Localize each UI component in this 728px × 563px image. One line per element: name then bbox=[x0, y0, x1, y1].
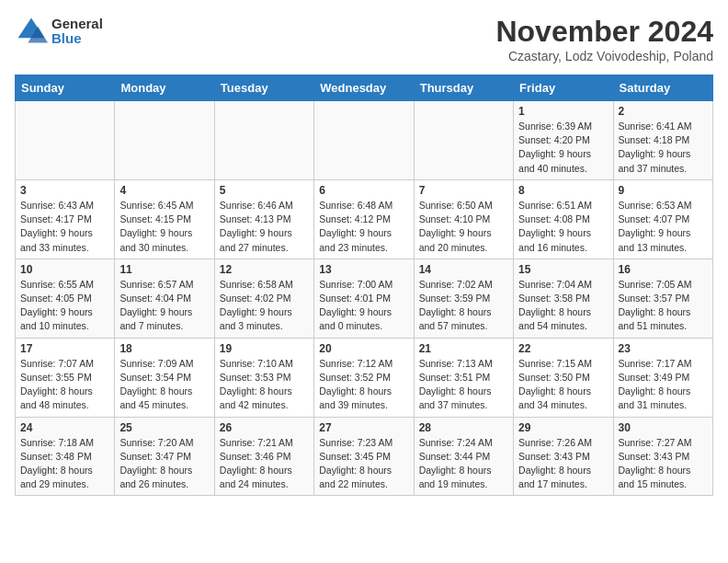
calendar-cell: 3Sunrise: 6:43 AM Sunset: 4:17 PM Daylig… bbox=[16, 179, 115, 259]
day-info: Sunrise: 7:26 AM Sunset: 3:43 PM Dayligh… bbox=[518, 436, 608, 492]
day-number: 27 bbox=[319, 421, 408, 434]
calendar-cell: 12Sunrise: 6:58 AM Sunset: 4:02 PM Dayli… bbox=[214, 259, 313, 338]
calendar-cell: 22Sunrise: 7:15 AM Sunset: 3:50 PM Dayli… bbox=[514, 338, 613, 417]
day-number: 24 bbox=[20, 421, 109, 434]
day-number: 30 bbox=[619, 421, 708, 434]
day-info: Sunrise: 7:02 AM Sunset: 3:59 PM Dayligh… bbox=[419, 278, 508, 334]
day-info: Sunrise: 7:17 AM Sunset: 3:49 PM Dayligh… bbox=[619, 357, 708, 413]
calendar-cell: 16Sunrise: 7:05 AM Sunset: 3:57 PM Dayli… bbox=[613, 259, 712, 338]
day-number: 18 bbox=[119, 342, 209, 355]
calendar-cell: 7Sunrise: 6:50 AM Sunset: 4:10 PM Daylig… bbox=[414, 179, 513, 259]
day-info: Sunrise: 7:12 AM Sunset: 3:52 PM Dayligh… bbox=[319, 357, 408, 413]
column-header-monday: Monday bbox=[115, 75, 214, 101]
calendar-cell: 6Sunrise: 6:48 AM Sunset: 4:12 PM Daylig… bbox=[314, 179, 414, 259]
calendar-cell: 25Sunrise: 7:20 AM Sunset: 3:47 PM Dayli… bbox=[115, 417, 214, 496]
calendar-cell: 1Sunrise: 6:39 AM Sunset: 4:20 PM Daylig… bbox=[514, 101, 613, 180]
calendar-cell: 28Sunrise: 7:24 AM Sunset: 3:44 PM Dayli… bbox=[414, 417, 513, 496]
column-header-sunday: Sunday bbox=[16, 75, 115, 101]
main-title: November 2024 bbox=[495, 15, 713, 49]
day-info: Sunrise: 6:58 AM Sunset: 4:02 PM Dayligh… bbox=[220, 278, 309, 334]
day-number: 3 bbox=[20, 184, 109, 197]
day-info: Sunrise: 7:10 AM Sunset: 3:53 PM Dayligh… bbox=[220, 357, 309, 413]
day-info: Sunrise: 6:45 AM Sunset: 4:15 PM Dayligh… bbox=[119, 199, 209, 255]
day-number: 12 bbox=[220, 263, 309, 276]
day-info: Sunrise: 7:04 AM Sunset: 3:58 PM Dayligh… bbox=[518, 278, 608, 334]
column-header-friday: Friday bbox=[514, 75, 613, 101]
title-area: November 2024 Czastary, Lodz Voivodeship… bbox=[495, 15, 713, 63]
day-info: Sunrise: 6:39 AM Sunset: 4:20 PM Dayligh… bbox=[518, 120, 608, 176]
calendar-cell: 29Sunrise: 7:26 AM Sunset: 3:43 PM Dayli… bbox=[514, 417, 613, 496]
calendar-cell: 2Sunrise: 6:41 AM Sunset: 4:18 PM Daylig… bbox=[613, 101, 712, 180]
calendar-cell: 5Sunrise: 6:46 AM Sunset: 4:13 PM Daylig… bbox=[214, 179, 313, 259]
day-info: Sunrise: 7:20 AM Sunset: 3:47 PM Dayligh… bbox=[119, 436, 209, 492]
logo: General Blue bbox=[15, 15, 103, 48]
day-info: Sunrise: 7:27 AM Sunset: 3:43 PM Dayligh… bbox=[619, 436, 708, 492]
day-number: 11 bbox=[119, 263, 209, 276]
day-info: Sunrise: 7:09 AM Sunset: 3:54 PM Dayligh… bbox=[119, 357, 209, 413]
column-header-saturday: Saturday bbox=[613, 75, 712, 101]
day-info: Sunrise: 7:05 AM Sunset: 3:57 PM Dayligh… bbox=[619, 278, 708, 334]
calendar-cell: 15Sunrise: 7:04 AM Sunset: 3:58 PM Dayli… bbox=[514, 259, 613, 338]
calendar-cell bbox=[414, 101, 513, 180]
day-info: Sunrise: 7:18 AM Sunset: 3:48 PM Dayligh… bbox=[20, 436, 109, 492]
calendar-cell bbox=[115, 101, 214, 180]
day-number: 21 bbox=[419, 342, 508, 355]
calendar-cell: 11Sunrise: 6:57 AM Sunset: 4:04 PM Dayli… bbox=[115, 259, 214, 338]
day-info: Sunrise: 6:53 AM Sunset: 4:07 PM Dayligh… bbox=[619, 199, 708, 255]
calendar-cell: 21Sunrise: 7:13 AM Sunset: 3:51 PM Dayli… bbox=[414, 338, 513, 417]
calendar-cell: 27Sunrise: 7:23 AM Sunset: 3:45 PM Dayli… bbox=[314, 417, 414, 496]
calendar-cell: 9Sunrise: 6:53 AM Sunset: 4:07 PM Daylig… bbox=[613, 179, 712, 259]
logo-blue: Blue bbox=[51, 31, 103, 47]
header: General Blue November 2024 Czastary, Lod… bbox=[15, 15, 713, 63]
calendar-cell bbox=[214, 101, 313, 180]
day-number: 29 bbox=[518, 421, 608, 434]
logo-icon bbox=[15, 15, 48, 48]
day-number: 5 bbox=[220, 184, 309, 197]
calendar-cell: 23Sunrise: 7:17 AM Sunset: 3:49 PM Dayli… bbox=[613, 338, 712, 417]
calendar-cell bbox=[16, 101, 115, 180]
calendar-cell: 30Sunrise: 7:27 AM Sunset: 3:43 PM Dayli… bbox=[613, 417, 712, 496]
day-info: Sunrise: 7:15 AM Sunset: 3:50 PM Dayligh… bbox=[518, 357, 608, 413]
calendar-cell: 26Sunrise: 7:21 AM Sunset: 3:46 PM Dayli… bbox=[214, 417, 313, 496]
calendar-cell bbox=[314, 101, 414, 180]
calendar-week-2: 3Sunrise: 6:43 AM Sunset: 4:17 PM Daylig… bbox=[16, 179, 713, 259]
calendar-cell: 24Sunrise: 7:18 AM Sunset: 3:48 PM Dayli… bbox=[16, 417, 115, 496]
logo-text: General Blue bbox=[51, 17, 103, 47]
day-info: Sunrise: 6:50 AM Sunset: 4:10 PM Dayligh… bbox=[419, 199, 508, 255]
column-header-wednesday: Wednesday bbox=[314, 75, 414, 101]
day-info: Sunrise: 6:41 AM Sunset: 4:18 PM Dayligh… bbox=[619, 120, 708, 176]
day-info: Sunrise: 6:48 AM Sunset: 4:12 PM Dayligh… bbox=[319, 199, 408, 255]
subtitle: Czastary, Lodz Voivodeship, Poland bbox=[495, 49, 713, 63]
day-number: 17 bbox=[20, 342, 109, 355]
day-number: 14 bbox=[419, 263, 508, 276]
day-info: Sunrise: 7:07 AM Sunset: 3:55 PM Dayligh… bbox=[20, 357, 109, 413]
day-info: Sunrise: 6:51 AM Sunset: 4:08 PM Dayligh… bbox=[518, 199, 608, 255]
day-number: 15 bbox=[518, 263, 608, 276]
day-number: 6 bbox=[319, 184, 408, 197]
calendar-cell: 8Sunrise: 6:51 AM Sunset: 4:08 PM Daylig… bbox=[514, 179, 613, 259]
day-info: Sunrise: 6:57 AM Sunset: 4:04 PM Dayligh… bbox=[119, 278, 209, 334]
column-header-thursday: Thursday bbox=[414, 75, 513, 101]
calendar-cell: 13Sunrise: 7:00 AM Sunset: 4:01 PM Dayli… bbox=[314, 259, 414, 338]
calendar-cell: 18Sunrise: 7:09 AM Sunset: 3:54 PM Dayli… bbox=[115, 338, 214, 417]
day-number: 16 bbox=[619, 263, 708, 276]
day-number: 20 bbox=[319, 342, 408, 355]
calendar-cell: 4Sunrise: 6:45 AM Sunset: 4:15 PM Daylig… bbox=[115, 179, 214, 259]
day-number: 2 bbox=[619, 105, 708, 118]
day-info: Sunrise: 7:23 AM Sunset: 3:45 PM Dayligh… bbox=[319, 436, 408, 492]
day-number: 9 bbox=[619, 184, 708, 197]
day-number: 10 bbox=[20, 263, 109, 276]
day-info: Sunrise: 7:21 AM Sunset: 3:46 PM Dayligh… bbox=[220, 436, 309, 492]
day-number: 1 bbox=[518, 105, 608, 118]
calendar-header-row: SundayMondayTuesdayWednesdayThursdayFrid… bbox=[16, 75, 713, 101]
calendar-cell: 17Sunrise: 7:07 AM Sunset: 3:55 PM Dayli… bbox=[16, 338, 115, 417]
day-number: 8 bbox=[518, 184, 608, 197]
day-number: 22 bbox=[518, 342, 608, 355]
day-info: Sunrise: 7:13 AM Sunset: 3:51 PM Dayligh… bbox=[419, 357, 508, 413]
day-number: 25 bbox=[119, 421, 209, 434]
day-number: 26 bbox=[220, 421, 309, 434]
day-number: 4 bbox=[119, 184, 209, 197]
day-number: 13 bbox=[319, 263, 408, 276]
calendar-table: SundayMondayTuesdayWednesdayThursdayFrid… bbox=[15, 75, 713, 496]
day-info: Sunrise: 6:46 AM Sunset: 4:13 PM Dayligh… bbox=[220, 199, 309, 255]
